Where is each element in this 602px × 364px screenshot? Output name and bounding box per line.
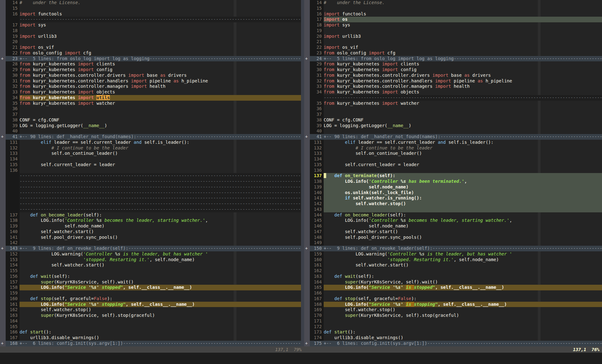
- code-line[interactable]: 131 elif leader == self.current_leader a…: [0, 140, 301, 145]
- code-line[interactable]: 40: [304, 128, 602, 134]
- fold-plus-icon[interactable]: +: [0, 246, 6, 251]
- code-line[interactable]: 19import urllib3: [0, 34, 301, 39]
- fold-line[interactable]: +41+-- 90 lines: def _handler_not_found(…: [0, 134, 301, 140]
- code-line[interactable]: 33from kuryr_kubernetes import objects: [0, 89, 301, 95]
- code-line[interactable]: 28from kuryr_kubernetes import clients: [0, 61, 301, 67]
- code-line[interactable]: 22from oslo_config import cfg: [0, 50, 301, 56]
- code-line[interactable]: 153 'stopped. Restarting it.', self.node…: [0, 257, 301, 263]
- code-line[interactable]: 147 self.watcher.start(): [304, 229, 602, 235]
- code-line[interactable]: 134: [0, 156, 301, 162]
- fold-line[interactable]: +143+-- 9 lines: def on_revoke_leader(se…: [0, 246, 301, 251]
- code-line[interactable]: 30from kuryr_kubernetes.controller.drive…: [0, 73, 301, 78]
- code-line[interactable]: 21: [304, 39, 602, 45]
- code-line[interactable]: 31from kuryr_kubernetes.controller.handl…: [0, 78, 301, 84]
- code-line[interactable]: 133 self.on_continue_leader(): [0, 151, 301, 156]
- code-line[interactable]: 166def start():: [0, 329, 301, 335]
- code-line[interactable]: 133 self.on_continue_leader(): [304, 151, 602, 156]
- code-line[interactable]: 18import sys: [304, 22, 602, 28]
- code-line[interactable]: 144 def on_become_leader(self):: [304, 212, 602, 218]
- fold-plus-icon[interactable]: +: [0, 134, 6, 140]
- code-line[interactable]: 138 LOG.info('Controller %s becomes the …: [0, 218, 301, 223]
- code-line[interactable]: 167 def stop(self, graceful=False):: [304, 296, 602, 302]
- code-line[interactable]: 173def start():: [304, 329, 602, 335]
- code-line[interactable]: 167 urllib3.disable_warnings(): [0, 335, 301, 341]
- code-line[interactable]: 137 def on_become_leader(self):: [0, 212, 301, 218]
- fold-plus-icon[interactable]: +: [304, 341, 310, 346]
- code-line[interactable]: 174 urllib3.disable_warnings(): [304, 335, 602, 341]
- window-separator[interactable]: [301, 0, 304, 346]
- code-line[interactable]: 22import os_vif: [304, 45, 602, 50]
- code-line[interactable]: 160 'stopped. Restarting it.', self.node…: [304, 257, 602, 263]
- code-line[interactable]: 30from kuryr_kubernetes import config: [304, 67, 602, 73]
- code-line[interactable]: 136: [0, 168, 301, 173]
- code-line[interactable]: 16import functools: [304, 11, 602, 17]
- code-line[interactable]: 139 self.node_name): [0, 223, 301, 229]
- code-line[interactable]: 40: [0, 128, 301, 134]
- code-line[interactable]: 31from kuryr_kubernetes.controller.drive…: [304, 73, 602, 78]
- code-line[interactable]: 162: [304, 268, 602, 274]
- code-line[interactable]: 164: [0, 318, 301, 324]
- left-editor-pane[interactable]: 14# under the License.1516import functoo…: [0, 0, 301, 346]
- code-line[interactable]: 166: [304, 290, 602, 296]
- code-line[interactable]: 148 self.pool_driver.sync_pools(): [304, 235, 602, 240]
- code-line[interactable]: 20: [0, 39, 301, 45]
- code-line[interactable]: 156 def wait(self):: [0, 274, 301, 279]
- code-line[interactable]: 14# under the License.: [304, 0, 602, 6]
- code-line[interactable]: 170 super(KuryrK8sService, self).stop(gr…: [304, 313, 602, 318]
- code-line[interactable]: 145 LOG.info('Controller %s becomes the …: [304, 218, 602, 223]
- code-line[interactable]: 159 LOG.warning('Controller %s is the le…: [304, 251, 602, 257]
- code-line[interactable]: 39LOG = logging.getLogger(__name__): [304, 123, 602, 129]
- code-line[interactable]: 165 LOG.info("Service '%s' is stopped", …: [304, 285, 602, 290]
- code-line[interactable]: 141 if self.watcher.is_running():: [304, 195, 602, 201]
- code-line[interactable]: 159: [0, 290, 301, 296]
- code-line[interactable]: 168 LOG.info("Service '%s' is stopping",…: [304, 302, 602, 307]
- code-line[interactable]: 154 self.watcher.start(): [0, 262, 301, 268]
- code-line[interactable]: 36: [304, 106, 602, 112]
- code-line[interactable]: 36: [0, 106, 301, 112]
- code-line[interactable]: 131 elif leader == self.current_leader a…: [304, 140, 602, 145]
- code-line[interactable]: 169 self.watcher.stop(): [304, 307, 602, 313]
- code-line[interactable]: 21import os_vif: [0, 45, 301, 50]
- code-line[interactable]: 38CONF = cfg.CONF: [304, 117, 602, 123]
- code-line[interactable]: 23from oslo_config import cfg: [304, 50, 602, 56]
- code-line[interactable]: 164 super(KuryrK8sService, self).wait(): [304, 279, 602, 285]
- code-line[interactable]: 34from kuryr_kubernetes import utils: [0, 95, 301, 101]
- code-line[interactable]: 161 self.watcher.start(): [304, 262, 602, 268]
- code-line[interactable]: 15: [304, 6, 602, 11]
- code-line[interactable]: 35from kuryr_kubernetes import watcher: [0, 101, 301, 106]
- code-line[interactable]: 163 super(KuryrK8sService, self).stop(gr…: [0, 313, 301, 318]
- code-line[interactable]: 140 self.watcher.start(): [0, 229, 301, 235]
- fold-plus-icon[interactable]: +: [304, 56, 310, 62]
- code-line[interactable]: 157 super(KuryrK8sService, self).wait(): [0, 279, 301, 285]
- code-line[interactable]: 158 LOG.info("Service '%s' stopped", sel…: [0, 285, 301, 290]
- code-line[interactable]: 33from kuryr_kubernetes.controller.manag…: [304, 84, 602, 89]
- code-line[interactable]: 163 def wait(self):: [304, 274, 602, 279]
- code-line[interactable]: 160 def stop(self, graceful=False):: [0, 296, 301, 302]
- fold-line[interactable]: +23+-- 5 lines: from oslo_log import log…: [0, 56, 301, 62]
- code-line[interactable]: 137 def on_terminate(self):: [304, 173, 602, 179]
- code-line[interactable]: 19: [304, 28, 602, 34]
- code-line[interactable]: 143: [304, 207, 602, 212]
- code-line[interactable]: 152 LOG.warning('Controller %s is the le…: [0, 251, 301, 257]
- code-line[interactable]: 15: [0, 6, 301, 11]
- code-line[interactable]: 146 self.node_name): [304, 223, 602, 229]
- code-line[interactable]: 32from kuryr_kubernetes.controller.handl…: [304, 78, 602, 84]
- fold-line[interactable]: +150+-- 9 lines: def on_revoke_leader(se…: [304, 246, 602, 251]
- fold-line[interactable]: +168+-- 6 lines: config.init(sys.argv[1:…: [0, 341, 301, 346]
- code-line[interactable]: 37: [0, 112, 301, 117]
- fold-plus-icon[interactable]: +: [0, 341, 6, 346]
- code-line[interactable]: 16import functools: [0, 11, 301, 17]
- code-line[interactable]: 20import urllib3: [304, 34, 602, 39]
- fold-line[interactable]: +24+-- 5 lines: from oslo_log import log…: [304, 56, 602, 62]
- code-line[interactable]: 162 self.watcher.stop(): [0, 307, 301, 313]
- code-line[interactable]: 32from kuryr_kubernetes.controller.manag…: [0, 84, 301, 89]
- code-line[interactable]: 38CONF = cfg.CONF: [0, 117, 301, 123]
- fold-plus-icon[interactable]: +: [304, 246, 310, 251]
- code-line[interactable]: 136: [304, 168, 602, 173]
- code-line[interactable]: 149: [304, 240, 602, 246]
- code-line[interactable]: 29from kuryr_kubernetes import clients: [304, 61, 602, 67]
- code-line[interactable]: 161 LOG.info("Service '%s' stopping", se…: [0, 302, 301, 307]
- code-line[interactable]: 34from kuryr_kubernetes import objects: [304, 89, 602, 95]
- code-line[interactable]: 135 self.current_leader = leader: [0, 162, 301, 168]
- code-line[interactable]: 142: [0, 240, 301, 246]
